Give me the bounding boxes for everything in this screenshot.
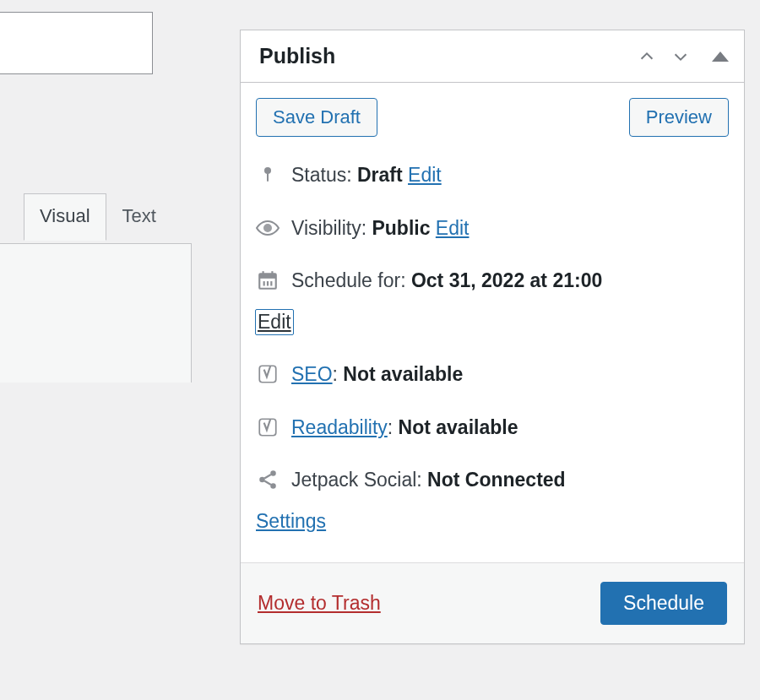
schedule-label: Schedule for: (291, 269, 411, 291)
readability-row: Readability: Not available (256, 401, 729, 454)
seo-text: SEO: Not available (291, 360, 729, 389)
editor-content-area[interactable] (0, 243, 192, 383)
jetpack-settings-link[interactable]: Settings (256, 510, 326, 532)
publish-panel-footer: Move to Trash Schedule (241, 562, 744, 643)
publish-panel: Publish Save Draft Preview Status: Draft… (240, 30, 745, 644)
tab-text[interactable]: Text (106, 193, 172, 241)
visibility-row: Visibility: Public Edit (256, 202, 729, 255)
publish-panel-header: Publish (241, 30, 744, 83)
svg-point-0 (264, 167, 271, 174)
publish-meta-section: Status: Draft Edit Visibility: Public Ed… (241, 140, 744, 562)
share-icon (256, 468, 280, 491)
calendar-icon (256, 269, 280, 292)
svg-rect-5 (263, 271, 264, 275)
seo-value: Not available (343, 363, 463, 385)
readability-text: Readability: Not available (291, 413, 729, 442)
visibility-edit-link[interactable]: Edit (436, 217, 470, 239)
jetpack-value: Not Connected (427, 469, 566, 491)
readability-sep: : (388, 416, 399, 438)
svg-rect-9 (270, 281, 272, 285)
panel-header-controls (638, 47, 729, 66)
publish-panel-title: Publish (259, 44, 335, 68)
svg-rect-7 (263, 281, 265, 285)
schedule-edit-link[interactable]: Edit (255, 309, 294, 336)
svg-rect-4 (259, 274, 276, 278)
readability-link[interactable]: Readability (291, 416, 388, 438)
jetpack-row: Jetpack Social: Not Connected Settings (256, 453, 729, 547)
seo-row: SEO: Not available (256, 348, 729, 401)
move-to-trash-link[interactable]: Move to Trash (258, 592, 381, 615)
visibility-text: Visibility: Public Edit (291, 214, 729, 243)
eye-icon (256, 216, 280, 240)
svg-point-14 (270, 483, 276, 489)
tab-visual[interactable]: Visual (24, 193, 106, 241)
status-edit-link[interactable]: Edit (408, 164, 442, 186)
visibility-label: Visibility: (291, 217, 372, 239)
save-draft-button[interactable]: Save Draft (256, 98, 377, 137)
yoast-seo-icon (256, 362, 280, 386)
svg-point-13 (270, 470, 276, 476)
svg-rect-6 (271, 271, 273, 275)
schedule-row: Schedule for: Oct 31, 2022 at 21:00 Edit (256, 254, 729, 348)
schedule-text: Schedule for: Oct 31, 2022 at 21:00 (291, 266, 729, 296)
pin-icon (256, 163, 280, 187)
svg-point-2 (264, 225, 271, 231)
status-text: Status: Draft Edit (291, 160, 729, 190)
visibility-value: Public (372, 217, 430, 239)
schedule-value: Oct 31, 2022 at 21:00 (411, 269, 602, 291)
seo-link[interactable]: SEO (291, 363, 333, 385)
preview-button[interactable]: Preview (629, 98, 729, 137)
status-label: Status: (291, 164, 357, 186)
chevron-up-icon[interactable] (638, 47, 656, 66)
yoast-readability-icon (256, 415, 280, 439)
seo-sep: : (333, 363, 344, 385)
status-row: Status: Draft Edit (256, 149, 729, 202)
jetpack-label: Jetpack Social: (291, 469, 427, 491)
post-title-input[interactable] (0, 12, 153, 74)
editor-tabs: Visual Text (24, 193, 172, 241)
publish-actions-row: Save Draft Preview (241, 83, 744, 140)
svg-rect-8 (267, 281, 269, 285)
panel-collapse-toggle[interactable] (712, 52, 729, 62)
jetpack-text: Jetpack Social: Not Connected (291, 465, 729, 495)
schedule-button[interactable]: Schedule (600, 582, 727, 625)
svg-rect-1 (267, 173, 269, 182)
status-value: Draft (357, 164, 403, 186)
chevron-down-icon[interactable] (671, 47, 690, 66)
readability-value: Not available (399, 416, 518, 438)
